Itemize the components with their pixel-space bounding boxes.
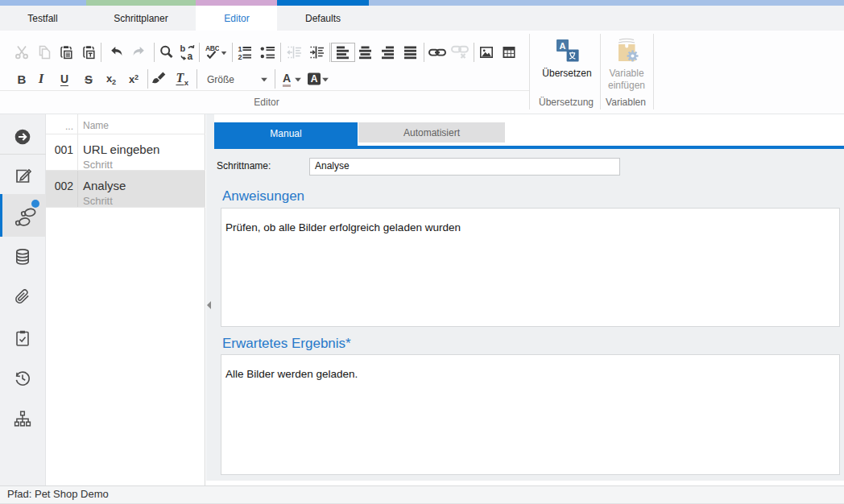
svg-text:A: A <box>560 41 566 51</box>
svg-text:a: a <box>188 51 193 61</box>
svg-text:ABC: ABC <box>205 44 219 52</box>
svg-text:2: 2 <box>238 53 242 60</box>
svg-text:b: b <box>180 43 186 53</box>
svg-text:1: 1 <box>238 45 242 53</box>
